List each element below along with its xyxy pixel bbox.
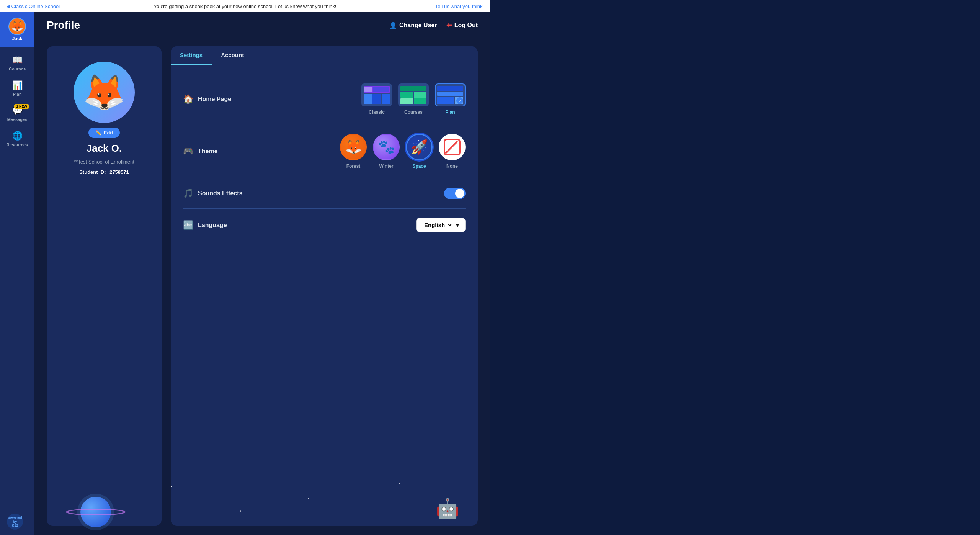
avatar: 🦊 [8,18,26,35]
sound-effects-toggle[interactable] [444,188,466,199]
sound-effects-label-group: 🎵 Sounds Effects [183,188,242,198]
header-actions: 👤 Change User ⬅ Log Out [389,21,478,29]
theme-none-icon [444,139,461,155]
language-row: 🔤 Language English Spanish French ▾ [183,209,466,241]
theme-label: Theme [198,148,218,155]
change-user-button[interactable]: 👤 Change User [389,22,437,29]
theme-option-none-label: None [446,164,458,169]
homepage-thumb-plan: ✓ [435,83,466,106]
homepage-label: Home Page [198,96,231,103]
homepage-option-plan[interactable]: ✓ Plan [435,83,466,115]
logout-icon: ⬅ [446,21,452,29]
sidebar-nav: 📖 Courses 📊 Plan 💬 1 NEW Messages 🌐 Reso… [0,47,34,151]
tab-settings[interactable]: Settings [171,46,212,65]
messages-badge: 1 NEW [14,104,29,109]
main-content: Profile 👤 Change User ⬅ Log Out 🦊 [34,12,490,535]
language-icon: 🔤 [183,220,193,230]
page-header: Profile 👤 Change User ⬅ Log Out [34,12,490,37]
theme-option-forest[interactable]: 🦊 Forest [340,134,367,169]
homepage-option-courses[interactable]: Courses [398,83,429,115]
sound-effects-icon: 🎵 [183,188,193,198]
language-label-group: 🔤 Language [183,220,227,230]
profile-avatar-wrap: 🦊 [74,62,135,123]
banner-message: You're getting a sneak peek at your new … [154,3,336,9]
student-id-value: 2758571 [109,169,129,175]
logout-button[interactable]: ⬅ Log Out [446,21,478,29]
student-id-label: Student ID: [79,169,106,175]
sidebar-avatar[interactable]: 🦊 Jack [0,12,34,47]
avatar-emoji: 🦊 [11,21,23,33]
settings-content: 🏠 Home Page [171,65,478,250]
resources-icon: 🌐 [12,131,23,141]
toggle-knob [455,189,464,198]
theme-row: 🎮 Theme 🦊 Forest [183,124,466,178]
homepage-row: 🏠 Home Page [183,74,466,124]
change-user-icon: 👤 [389,22,397,29]
theme-option-none[interactable]: None [439,134,466,169]
sound-effects-label: Sounds Effects [198,190,242,197]
homepage-option-courses-label: Courses [404,110,423,115]
sidebar-item-messages[interactable]: 💬 1 NEW Messages [0,100,34,126]
page-title: Profile [47,19,80,31]
homepage-label-group: 🏠 Home Page [183,94,231,104]
theme-thumb-forest: 🦊 [340,134,367,160]
sidebar-item-plan-label: Plan [13,92,21,97]
homepage-thumb-courses [398,83,429,106]
homepage-option-classic-label: Classic [369,110,385,115]
tabs: Settings Account [171,46,478,65]
theme-thumb-none [439,134,466,160]
back-to-classic-link[interactable]: ◀ Classic Online School [6,3,60,9]
sound-effects-row: 🎵 Sounds Effects [183,178,466,209]
powered-by: poweredbyK12 [7,514,23,530]
theme-thumb-space: 🚀 [406,134,433,160]
homepage-options: Classic [361,83,466,115]
plan-icon: 📊 [12,80,23,90]
theme-options: 🦊 Forest 🐾 Winter [340,134,466,169]
language-dropdown[interactable]: English Spanish French [423,221,453,229]
sidebar-item-plan[interactable]: 📊 Plan [0,75,34,100]
theme-option-winter[interactable]: 🐾 Winter [373,134,400,169]
homepage-thumb-classic [361,83,392,106]
homepage-option-plan-label: Plan [445,110,455,115]
logout-label: Log Out [454,22,478,29]
homepage-checkmark: ✓ [456,97,463,104]
language-label: Language [198,222,227,229]
feedback-link[interactable]: Tell us what you think! [435,3,484,9]
theme-icon: 🎮 [183,146,193,156]
sidebar-item-resources[interactable]: 🌐 Resources [0,126,34,151]
profile-avatar-ring: 🦊 [74,62,135,123]
sidebar-item-messages-label: Messages [7,117,28,122]
edit-icon: ✏️ [95,130,101,136]
theme-option-space[interactable]: 🚀 Space [406,134,433,169]
theme-option-space-label: Space [412,164,426,169]
sidebar-item-resources-label: Resources [7,142,28,147]
sidebar-item-courses[interactable]: 📖 Courses [0,50,34,75]
courses-icon: 📖 [12,55,23,65]
theme-option-winter-label: Winter [379,164,393,169]
theme-label-group: 🎮 Theme [183,146,218,156]
homepage-icon: 🏠 [183,94,193,104]
change-user-label: Change User [399,22,437,29]
content-area: 🦊 ✏️ Edit Jack O. **Test School of Enrol… [34,37,490,535]
chevron-down-icon: ▾ [456,222,459,229]
sidebar: 🦊 Jack 📖 Courses 📊 Plan 💬 1 NEW Messages… [0,12,34,535]
theme-option-forest-label: Forest [346,164,361,169]
powered-by-logo: poweredbyK12 [7,514,23,530]
tab-account[interactable]: Account [212,46,253,65]
profile-student-id: Student ID: 2758571 [79,169,129,175]
profile-name: Jack O. [87,142,122,154]
settings-panel: Settings Account 🏠 Home Page [171,46,478,526]
profile-card: 🦊 ✏️ Edit Jack O. **Test School of Enrol… [47,46,162,526]
edit-label: Edit [104,130,113,136]
top-banner: ◀ Classic Online School You're getting a… [0,0,490,12]
profile-school: **Test School of Enrollment [74,159,134,165]
theme-thumb-winter: 🐾 [373,134,400,160]
homepage-option-classic[interactable]: Classic [361,83,392,115]
sidebar-item-courses-label: Courses [9,67,26,71]
language-select[interactable]: English Spanish French ▾ [416,218,466,232]
sidebar-username: Jack [12,36,23,41]
app-layout: 🦊 Jack 📖 Courses 📊 Plan 💬 1 NEW Messages… [0,12,490,535]
profile-edit-button[interactable]: ✏️ Edit [88,128,120,138]
